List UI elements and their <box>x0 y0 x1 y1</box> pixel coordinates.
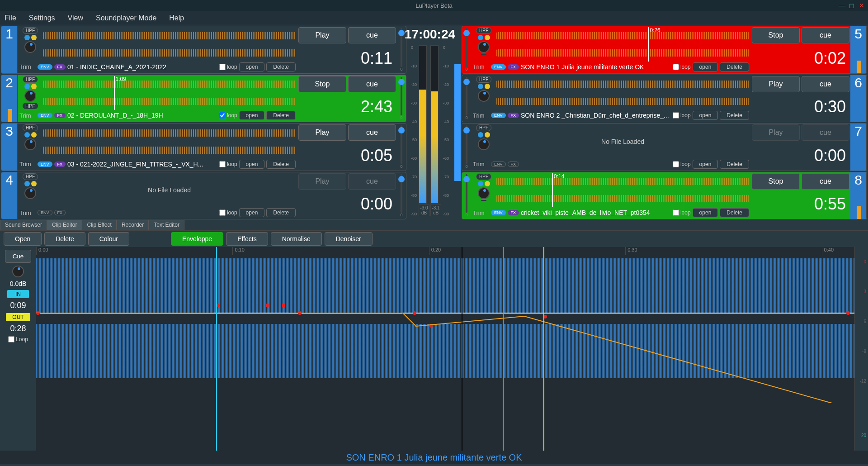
env-pill[interactable]: ENV <box>491 210 506 215</box>
play-stop-button[interactable]: Play <box>298 173 346 190</box>
editor-delete-button[interactable]: Delete <box>44 232 85 246</box>
menu-view[interactable]: View <box>68 14 83 22</box>
env-pill[interactable]: ENV <box>38 113 52 118</box>
editor-open-button[interactable]: Open <box>4 232 42 246</box>
player-fader[interactable]: 0 <box>462 26 471 73</box>
menu-file[interactable]: File <box>5 14 16 22</box>
loop-checkbox[interactable]: loop <box>219 112 237 119</box>
tab-sound-browser[interactable]: Sound Browser <box>0 220 47 230</box>
hpf-button[interactable]: HPF <box>476 173 491 180</box>
play-stop-button[interactable]: Stop <box>752 27 800 43</box>
loop-checkbox[interactable]: loop <box>219 64 237 70</box>
delete-button[interactable]: Delete <box>266 62 296 71</box>
slot-number[interactable]: 7 <box>850 124 867 171</box>
delete-button[interactable]: Delete <box>720 208 749 217</box>
loop-checkbox[interactable]: loop <box>673 112 691 119</box>
playhead-marker[interactable] <box>462 247 462 451</box>
trim-knob[interactable] <box>24 187 36 199</box>
play-stop-button[interactable]: Play <box>752 124 800 141</box>
player-waveform[interactable] <box>496 76 749 110</box>
loop-checkbox[interactable]: loop <box>673 64 691 70</box>
trim-knob[interactable] <box>478 90 490 102</box>
fx-pill[interactable]: FX <box>54 64 66 70</box>
hpf-button[interactable]: HPF <box>23 27 38 34</box>
fx-pill[interactable]: FX <box>54 162 66 167</box>
minimize-icon[interactable]: — <box>839 2 845 9</box>
editor-enveloppe-button[interactable]: Enveloppe <box>171 232 223 246</box>
editor-effects-button[interactable]: Effects <box>226 232 268 246</box>
player-fader[interactable]: 0 <box>462 124 471 171</box>
slot-number[interactable]: 6 <box>850 75 867 122</box>
cue-button[interactable]: cue <box>348 124 396 141</box>
menu-settings[interactable]: Settings <box>29 14 55 22</box>
delete-button[interactable]: Delete <box>266 111 296 120</box>
fx-pill[interactable]: FX <box>508 210 519 215</box>
trim-knob[interactable] <box>478 41 490 53</box>
player-fader[interactable]: 0 <box>462 172 471 219</box>
player-fader[interactable]: 0 <box>397 124 406 171</box>
maximize-icon[interactable]: ◻ <box>849 2 855 9</box>
open-button[interactable]: open <box>239 160 265 169</box>
delete-button[interactable]: Delete <box>266 160 296 169</box>
slot-number[interactable]: 3 <box>1 124 18 171</box>
hpf-button[interactable]: HPF <box>23 76 38 83</box>
play-stop-button[interactable]: Play <box>752 76 800 92</box>
player-fader[interactable]: 0 <box>397 75 406 122</box>
hpf-button[interactable]: HPF <box>23 124 38 131</box>
loop-checkbox[interactable]: loop <box>219 209 237 216</box>
cue-button[interactable]: cue <box>802 76 849 92</box>
slot-number[interactable]: 2 <box>1 75 18 122</box>
player-waveform[interactable] <box>43 124 296 159</box>
slot-number[interactable]: 8 <box>850 172 867 219</box>
play-stop-button[interactable]: Play <box>298 124 346 141</box>
cue-button[interactable]: cue <box>802 173 849 190</box>
open-button[interactable]: open <box>239 62 265 71</box>
open-button[interactable]: open <box>693 208 718 217</box>
trim-knob[interactable] <box>478 138 490 150</box>
cue-button[interactable]: cue <box>802 124 849 141</box>
editor-loop-checkbox[interactable]: Loop <box>8 336 28 342</box>
hpf-button[interactable]: HPF <box>476 76 491 83</box>
open-button[interactable]: open <box>693 111 718 120</box>
loop-checkbox[interactable]: loop <box>673 161 691 167</box>
fx-pill[interactable]: FX <box>54 210 66 215</box>
menu-help[interactable]: Help <box>169 14 184 22</box>
env-pill[interactable]: ENV <box>491 162 506 167</box>
editor-normalise-button[interactable]: Normalise <box>271 232 322 246</box>
fx-pill[interactable]: FX <box>508 113 519 118</box>
loop-checkbox[interactable]: loop <box>673 209 691 216</box>
player-fader[interactable]: 0 <box>462 75 471 122</box>
trim-knob[interactable] <box>24 138 36 150</box>
tab-recorder[interactable]: Recorder <box>117 220 149 230</box>
tab-clip-effect[interactable]: Clip Effect <box>82 220 116 230</box>
cue-button[interactable]: cue <box>348 76 396 92</box>
editor-cue-button[interactable]: Cue <box>5 250 31 263</box>
env-pill[interactable]: ENV <box>38 64 52 70</box>
delete-button[interactable]: Delete <box>720 62 749 71</box>
trim-knob[interactable] <box>24 41 36 53</box>
menu-soundplayer-mode[interactable]: Soundplayer Mode <box>96 14 156 22</box>
player-fader[interactable]: 0 <box>397 26 406 73</box>
out-marker-line[interactable] <box>543 247 544 451</box>
env-pill[interactable]: ENV <box>491 64 506 70</box>
env-pill[interactable]: ENV <box>38 210 52 215</box>
cue-button[interactable]: cue <box>802 27 849 43</box>
player-waveform[interactable]: No File Loaded <box>43 173 296 208</box>
editor-denoiser-button[interactable]: Denoiser <box>325 232 373 246</box>
editor-out-marker[interactable]: OUT <box>6 313 30 321</box>
player-waveform[interactable]: 0:14 <box>496 173 749 208</box>
slot-number[interactable]: 5 <box>850 26 867 73</box>
close-icon[interactable]: ✕ <box>859 2 865 9</box>
trim-knob[interactable] <box>478 187 490 199</box>
delete-button[interactable]: Delete <box>266 208 296 217</box>
fx-pill[interactable]: FX <box>508 64 519 70</box>
loop-checkbox[interactable]: loop <box>219 161 237 167</box>
fx-pill[interactable]: FX <box>508 162 519 167</box>
player-waveform[interactable] <box>43 27 296 62</box>
editor-in-marker[interactable]: IN <box>7 290 29 298</box>
envelope-line[interactable] <box>36 313 854 314</box>
player-waveform[interactable]: 0:26 <box>496 27 749 62</box>
tab-clip-editor[interactable]: Clip Editor <box>47 220 82 230</box>
trim-knob[interactable] <box>24 90 36 102</box>
env-pill[interactable]: ENV <box>38 162 52 167</box>
